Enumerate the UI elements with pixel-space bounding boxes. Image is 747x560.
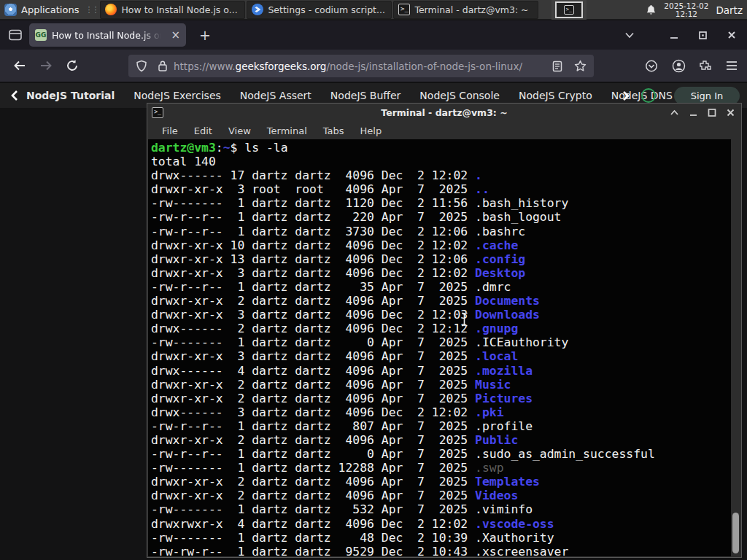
top-panel: Applications ⋮⋮ How to Install Node.js o… — [0, 0, 747, 20]
terminal-output-text: dartz@vm3:~$ ls -latotal 140drwx------ 1… — [148, 139, 740, 556]
desktop: Applications ⋮⋮ How to Install Node.js o… — [0, 0, 747, 560]
terminal-titlebar[interactable]: >_ Terminal - dartz@vm3: ~ — [147, 104, 741, 122]
terminal-ls-row: drwxrwxr-x 4 dartz dartz 4096 Dec 2 12:0… — [151, 517, 740, 531]
terminal-ls-row: -rw-r--r-- 1 dartz dartz 807 Apr 7 2025 … — [151, 419, 740, 433]
geeksforgeeks-favicon: GG — [35, 29, 47, 41]
notification-bell-icon[interactable] — [646, 4, 657, 16]
system-tray: 2025-12-02 12:12 Dartz — [646, 0, 747, 20]
terminal-ls-row: -rw------- 1 dartz dartz 48 Dec 2 10:39 … — [151, 531, 740, 545]
terminal-ls-row: -rw-rw-r-- 1 dartz dartz 9529 Dec 2 10:4… — [151, 545, 740, 556]
terminal-ls-row: drwxr-xr-x 10 dartz dartz 4096 Dec 2 12:… — [151, 238, 740, 252]
terminal-ls-row: drwxr-xr-x 3 dartz dartz 4096 Dec 2 12:0… — [151, 308, 740, 322]
firefox-view-icon[interactable] — [9, 29, 22, 41]
terminal-ls-row: -rw------- 1 dartz dartz 532 Apr 7 2025 … — [151, 502, 740, 516]
terminal-menubar: FileEditViewTerminalTabsHelp — [147, 122, 741, 139]
terminal-ls-row: -rw-r--r-- 1 dartz dartz 220 Apr 7 2025 … — [151, 210, 740, 224]
pager-active-workspace: >_ — [555, 1, 583, 18]
tracking-protection-shield-icon[interactable] — [136, 60, 147, 72]
reload-button-icon[interactable] — [66, 59, 79, 72]
url-scheme: https://www. — [174, 61, 236, 72]
terminal-ls-row: drwxr-xr-x 13 dartz dartz 4096 Dec 2 12:… — [151, 252, 740, 266]
reader-mode-icon[interactable] — [552, 61, 562, 72]
terminal-prompt-line: dartz@vm3:~$ ls -la — [151, 141, 740, 155]
terminal-menu-edit[interactable]: Edit — [186, 125, 220, 136]
applications-label: Applications — [21, 4, 79, 15]
browser-maximize-icon[interactable] — [698, 31, 708, 40]
terminal-ls-row: drwx------ 2 dartz dartz 4096 Dec 2 12:1… — [151, 322, 740, 335]
applications-menu-button[interactable]: Applications — [0, 0, 85, 20]
url-domain: geeksforgeeks.org — [236, 61, 327, 72]
firefox-icon — [105, 4, 117, 15]
https-lock-icon[interactable] — [158, 60, 168, 72]
terminal-ls-row: drwx------ 17 dartz dartz 4096 Dec 2 12:… — [151, 168, 740, 182]
codium-icon — [252, 4, 263, 15]
extensions-puzzle-icon[interactable] — [699, 59, 712, 72]
browser-close-icon[interactable] — [727, 30, 737, 40]
list-all-tabs-chevron-icon[interactable] — [624, 29, 635, 41]
clock-date: 2025-12-02 — [664, 2, 708, 10]
terminal-ls-row: -rw------- 1 dartz dartz 1120 Dec 2 11:5… — [151, 196, 740, 210]
browser-toolbar: https://www.geeksforgeeks.org/node-js/in… — [0, 50, 747, 82]
terminal-ls-row: drwxr-xr-x 3 root root 4096 Apr 7 2025 .… — [151, 182, 740, 196]
tab-close-icon[interactable]: × — [171, 30, 180, 41]
terminal-minimize-icon[interactable] — [689, 109, 698, 117]
taskbar-window-button[interactable]: Settings - codium script... — [247, 1, 392, 19]
terminal-ls-row: drwxr-xr-x 2 dartz dartz 4096 Apr 7 2025… — [151, 475, 740, 489]
terminal-close-icon[interactable] — [726, 109, 735, 117]
terminal-menu-help[interactable]: Help — [352, 125, 390, 136]
xubuntu-logo-icon — [4, 4, 17, 16]
terminal-menu-tabs[interactable]: Tabs — [315, 125, 352, 136]
terminal-ls-row: -rw-r--r-- 1 dartz dartz 35 Apr 7 2025 .… — [151, 280, 740, 294]
gfg-nav-link[interactable]: NodeJS Console — [419, 90, 500, 101]
tab-title: How to Install Node.js on — [52, 30, 161, 41]
nav-scroll-left-chevron-icon[interactable] — [10, 90, 19, 101]
browser-window-controls — [669, 20, 747, 50]
gfg-nav-link[interactable]: NodeJS Assert — [240, 90, 311, 101]
clock-time: 12:12 — [664, 10, 708, 18]
hamburger-menu-icon[interactable] — [725, 60, 738, 71]
user-menu[interactable]: Dartz — [716, 4, 743, 16]
panel-clock: 2025-12-02 12:12 — [664, 2, 708, 18]
terminal-window: >_ Terminal - dartz@vm3: ~ FileEditViewT… — [147, 103, 742, 558]
new-tab-button[interactable]: + — [199, 27, 211, 43]
forward-button-icon[interactable] — [39, 59, 53, 72]
gfg-nav-link[interactable]: NodeJS Exercises — [133, 90, 221, 101]
gfg-nav-link[interactable]: NodeJS Crypto — [519, 90, 592, 101]
taskbar-window-button[interactable]: How to Install Node.js o... — [100, 1, 245, 19]
gfg-search-icon[interactable] — [641, 88, 656, 103]
terminal-menu-file[interactable]: File — [154, 125, 186, 136]
terminal-ls-row: drwxr-xr-x 2 dartz dartz 4096 Apr 7 2025… — [151, 392, 740, 405]
text-cursor-ibeam — [460, 312, 469, 327]
terminal-icon: >_ — [398, 4, 410, 15]
browser-minimize-icon[interactable] — [669, 30, 679, 40]
terminal-shade-icon[interactable] — [670, 109, 679, 117]
terminal-scrollbar[interactable] — [731, 139, 740, 556]
pocket-save-icon[interactable] — [645, 60, 658, 72]
gfg-nav-links: NodeJS TutorialNodeJS ExercisesNodeJS As… — [26, 90, 718, 101]
terminal-menu-view[interactable]: View — [220, 125, 259, 136]
terminal-ls-row: drwxr-xr-x 3 dartz dartz 4096 Apr 7 2025… — [151, 349, 740, 363]
back-button-icon[interactable] — [12, 59, 27, 72]
gfg-nav-link[interactable]: NodeJS Buffer — [330, 90, 401, 101]
taskbar-window-button[interactable]: >_Terminal - dartz@vm3: ~ — [393, 1, 538, 19]
terminal-ls-row: drwxr-xr-x 2 dartz dartz 4096 Apr 7 2025… — [151, 294, 740, 308]
nav-scroll-right-chevron-icon[interactable] — [622, 90, 630, 101]
url-bar[interactable]: https://www.geeksforgeeks.org/node-js/in… — [128, 55, 594, 77]
terminal-title: Terminal - dartz@vm3: ~ — [147, 107, 741, 118]
gfg-nav-link[interactable]: NodeJS Tutorial — [26, 90, 115, 101]
url-path: /node-js/installation-of-node-js-on-linu… — [326, 61, 522, 72]
workspace-pager[interactable]: >_ — [551, 0, 587, 20]
browser-tab[interactable]: GG How to Install Node.js on × — [29, 23, 186, 47]
account-icon[interactable] — [672, 59, 686, 73]
terminal-menu-terminal[interactable]: Terminal — [259, 125, 315, 136]
terminal-scrollbar-thumb[interactable] — [732, 513, 739, 553]
bookmark-star-icon[interactable] — [574, 60, 587, 72]
terminal-maximize-icon[interactable] — [708, 109, 716, 117]
terminal-output-area[interactable]: dartz@vm3:~$ ls -latotal 140drwx------ 1… — [148, 139, 740, 556]
terminal-ls-row: drwx------ 3 dartz dartz 4096 Dec 2 12:0… — [151, 405, 740, 419]
terminal-ls-row: -rw-r--r-- 1 dartz dartz 3730 Dec 2 12:0… — [151, 225, 740, 238]
terminal-ls-row: drwx------ 4 dartz dartz 4096 Apr 7 2025… — [151, 364, 740, 378]
terminal-ls-row: -rw-r--r-- 1 dartz dartz 0 Apr 7 2025 .s… — [151, 447, 740, 461]
terminal-ls-row: -rw------- 1 dartz dartz 0 Apr 7 2025 .I… — [151, 335, 740, 349]
window-buttons: How to Install Node.js o...Settings - co… — [100, 1, 540, 19]
